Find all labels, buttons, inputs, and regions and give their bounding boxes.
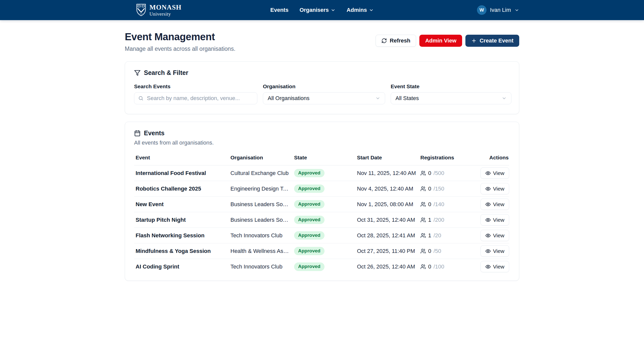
start-date-cell: Oct 28, 2025, 12:41 AM — [355, 228, 419, 243]
start-date-cell: Nov 11, 2025, 12:40 AM — [355, 165, 419, 181]
event-name-cell: Mindfulness & Yoga Session — [134, 243, 229, 259]
event-state-select-value: All States — [395, 95, 419, 102]
chevron-down-icon — [375, 96, 380, 101]
users-icon — [420, 186, 426, 192]
table-row: AI Coding Sprint Tech Innovators Club Ap… — [134, 259, 509, 275]
organisation-cell: Business Leaders Society — [229, 197, 293, 212]
registration-count: 0 — [428, 248, 431, 254]
refresh-button-label: Refresh — [390, 37, 410, 44]
events-card: Events All events from all organisations… — [125, 122, 519, 281]
user-menu[interactable]: W Ivan Lim — [477, 5, 519, 15]
actions-cell: View — [477, 181, 509, 197]
view-button[interactable]: View — [480, 183, 509, 194]
registration-count: 1 — [428, 217, 431, 223]
avatar: W — [477, 5, 487, 15]
view-button[interactable]: View — [480, 245, 509, 257]
organisation-select-value: All Organisations — [268, 95, 309, 102]
chevron-down-icon — [331, 8, 336, 13]
refresh-button[interactable]: Refresh — [376, 35, 416, 47]
nav-item-organisers[interactable]: Organisers — [300, 7, 336, 13]
status-badge: Approved — [294, 200, 325, 209]
events-table-head-row: EventOrganisationStateStart DateRegistra… — [134, 153, 509, 165]
state-cell: Approved — [293, 197, 355, 212]
view-button-label: View — [493, 201, 504, 207]
organisation-label: Organisation — [263, 83, 385, 89]
registrations-cell: 0 /100 — [419, 259, 477, 275]
eye-icon — [485, 233, 491, 238]
user-name: Ivan Lim — [490, 7, 511, 13]
chevron-down-icon — [369, 8, 374, 13]
organisation-cell: Cultural Exchange Club — [229, 165, 293, 181]
column-header-start-date: Start Date — [355, 153, 419, 165]
view-button[interactable]: View — [480, 167, 509, 179]
start-date-cell: Nov 4, 2025, 12:40 AM — [355, 181, 419, 197]
create-event-button[interactable]: Create Event — [465, 35, 519, 47]
users-icon — [420, 217, 426, 223]
monash-logo[interactable]: MONASH University — [136, 4, 182, 17]
view-button[interactable]: View — [480, 214, 509, 225]
eye-icon — [485, 264, 491, 269]
calendar-icon — [134, 130, 141, 137]
actions-cell: View — [477, 243, 509, 259]
state-cell: Approved — [293, 212, 355, 228]
nav-item-organisers-label: Organisers — [300, 7, 329, 13]
users-icon — [420, 202, 426, 207]
admin-view-button-label: Admin View — [425, 37, 456, 44]
status-badge: Approved — [294, 262, 325, 271]
events-card-subtitle: All events from all organisations. — [134, 140, 509, 146]
table-row: Mindfulness & Yoga Session Health & Well… — [134, 243, 509, 259]
registration-capacity: /100 — [433, 263, 444, 270]
event-state-select[interactable]: All States — [391, 92, 511, 104]
events-table-body: International Food Festival Cultural Exc… — [134, 165, 509, 275]
search-events-field: Search Events — [134, 83, 257, 104]
view-button-label: View — [493, 233, 504, 239]
event-name-cell: AI Coding Sprint — [134, 259, 229, 275]
start-date-cell: Oct 27, 2025, 11:40 PM — [355, 243, 419, 259]
organisation-cell: Health & Wellness Associati... — [229, 243, 293, 259]
registration-count: 0 — [428, 186, 431, 192]
search-icon — [138, 96, 144, 101]
search-input[interactable] — [134, 92, 257, 104]
view-button[interactable]: View — [480, 230, 509, 241]
view-button[interactable]: View — [480, 199, 509, 210]
organisation-cell: Engineering Design Team — [229, 181, 293, 197]
view-button-label: View — [493, 248, 504, 254]
registrations-cell: 0 /140 — [419, 197, 477, 212]
chevron-down-icon — [502, 96, 507, 101]
chevron-down-icon — [514, 8, 519, 13]
nav-item-events[interactable]: Events — [270, 7, 288, 13]
actions-cell: View — [477, 228, 509, 243]
state-cell: Approved — [293, 259, 355, 275]
eye-icon — [485, 170, 491, 176]
organisation-select[interactable]: All Organisations — [263, 92, 385, 104]
table-row: Flash Networking Session Tech Innovators… — [134, 228, 509, 243]
registration-capacity: /200 — [433, 217, 444, 223]
view-button[interactable]: View — [480, 261, 509, 272]
events-table: EventOrganisationStateStart DateRegistra… — [134, 153, 509, 275]
registrations-cell: 1 /20 — [419, 228, 477, 243]
admin-view-button[interactable]: Admin View — [419, 35, 462, 47]
event-state-label: Event State — [391, 83, 511, 89]
eye-icon — [485, 202, 491, 207]
actions-cell: View — [477, 212, 509, 228]
column-header-event: Event — [134, 153, 229, 165]
registration-capacity: /50 — [433, 248, 441, 254]
events-card-title: Events — [134, 129, 509, 137]
users-icon — [420, 233, 426, 238]
status-badge: Approved — [294, 247, 325, 255]
table-row: New Event Business Leaders Society Appro… — [134, 197, 509, 212]
actions-cell: View — [477, 165, 509, 181]
column-header-organisation: Organisation — [229, 153, 293, 165]
start-date-cell: Oct 26, 2025, 12:40 AM — [355, 259, 419, 275]
registration-count: 0 — [428, 263, 431, 270]
page-header: Event Management Manage all events acros… — [125, 31, 519, 52]
column-header-actions: Actions — [477, 153, 509, 165]
column-header-state: State — [293, 153, 355, 165]
create-event-button-label: Create Event — [479, 37, 513, 44]
state-cell: Approved — [293, 243, 355, 259]
organisation-cell: Tech Innovators Club — [229, 259, 293, 275]
users-icon — [420, 264, 426, 269]
start-date-cell: Oct 31, 2025, 12:40 AM — [355, 212, 419, 228]
plus-icon — [471, 38, 477, 43]
nav-item-admins[interactable]: Admins — [347, 7, 374, 13]
